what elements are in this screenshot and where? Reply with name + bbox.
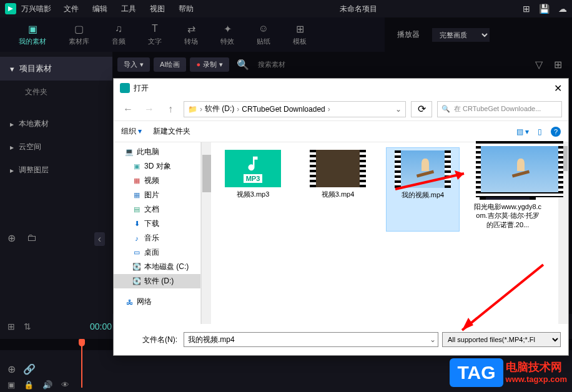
help-icon[interactable]: ? <box>551 127 561 137</box>
tree-downloads[interactable]: ⬇下载 <box>114 217 200 231</box>
menu-help[interactable]: 帮助 <box>179 4 194 14</box>
quality-select[interactable]: 完整画质 <box>432 28 490 42</box>
playhead[interactable] <box>81 339 82 388</box>
menu-edit[interactable]: 编辑 <box>92 4 107 14</box>
sidebar-adjust[interactable]: ▸调整图层 <box>0 159 112 182</box>
tool-my-media[interactable]: ▣我的素材 <box>7 21 57 49</box>
save-icon[interactable]: 💾 <box>539 4 550 14</box>
tree-c-drive[interactable]: 💽本地磁盘 (C:) <box>114 260 200 274</box>
tree-label: 视频 <box>144 175 159 186</box>
sidebar-folder[interactable]: 文件夹 <box>0 81 112 104</box>
file-video1[interactable]: 视频3.mp4 <box>301 147 375 232</box>
tree-label: 音乐 <box>144 233 159 243</box>
sidebar-header-label: 项目素材 <box>19 63 52 74</box>
dialog-toolbar: 组织 ▾ 新建文件夹 ▤ ▾ ▯ ? <box>114 121 568 142</box>
up-button[interactable]: ↑ <box>162 102 179 117</box>
tool-transition[interactable]: ⇄转场 <box>173 21 209 49</box>
tool-stickers[interactable]: ☺贴纸 <box>245 21 282 49</box>
tree-this-pc[interactable]: 💻此电脑 <box>114 145 200 159</box>
tool-label: 特效 <box>220 37 234 46</box>
tree-pictures[interactable]: ▦图片 <box>114 188 200 202</box>
filter-icon[interactable]: ▽ <box>535 59 543 71</box>
search-input[interactable] <box>253 58 315 71</box>
tree-network[interactable]: 🖧网络 <box>114 295 200 309</box>
tool-label: 我的素材 <box>19 37 46 46</box>
new-folder-button[interactable]: 新建文件夹 <box>153 126 190 137</box>
skater-figure <box>417 155 435 180</box>
tree-label: 本地磁盘 (C:) <box>144 262 189 272</box>
network-icon: 🖧 <box>125 298 134 306</box>
content-header: 导入▾ AI绘画 ●录制▾ 🔍 ▽ ⊞ <box>112 52 572 77</box>
timeline-track: ⊕ 🔗 <box>0 350 572 388</box>
tool-label: 素材库 <box>69 37 89 46</box>
mute-icon[interactable]: 🔊 <box>42 380 52 390</box>
file-open-dialog: 打开 ✕ ← → ↑ 📁 › 软件 (D:) › CRTubeGet Downl… <box>113 78 569 356</box>
cloud-icon[interactable]: ☁ <box>558 4 567 14</box>
tree-video[interactable]: ▦视频 <box>114 174 200 188</box>
tool-library[interactable]: ▢素材库 <box>57 21 101 49</box>
menu-tools[interactable]: 工具 <box>121 4 136 14</box>
sort-icon[interactable]: ⇅ <box>24 321 31 331</box>
collapse-icon[interactable]: ‹ <box>94 232 105 246</box>
add-folder-icon[interactable]: ⊕ <box>7 232 16 246</box>
search-icon: 🔍 <box>441 105 450 113</box>
file-myvideo[interactable]: 我的视频.mp4 <box>386 147 460 232</box>
app-name: 万兴喵影 <box>21 4 51 14</box>
sidebar-cloud[interactable]: ▸云空间 <box>0 135 112 159</box>
lock-icon[interactable]: 🔒 <box>24 380 34 390</box>
track-body[interactable] <box>81 350 572 388</box>
tool-label: 文字 <box>148 37 162 46</box>
tool-text[interactable]: T文字 <box>137 21 173 49</box>
layout-icon[interactable]: ⊞ <box>523 4 530 14</box>
preview-toggle-icon[interactable]: ▯ <box>538 127 542 136</box>
dialog-search[interactable]: 🔍 在 CRTubeGet Downloade... <box>437 101 562 117</box>
sidebar-local[interactable]: ▸本地素材 <box>0 112 112 135</box>
filename-label: 文件名(N): <box>121 335 177 345</box>
refresh-button[interactable]: ⟳ <box>411 101 432 117</box>
folder-icon[interactable]: 🗀 <box>27 232 37 246</box>
visibility-icon[interactable]: 👁 <box>61 380 69 390</box>
tree-label: 此电脑 <box>137 147 159 157</box>
scroll-thumb[interactable] <box>202 155 211 192</box>
tree-docs[interactable]: ▤文档 <box>114 202 200 217</box>
link-icon[interactable]: 🔗 <box>23 363 36 375</box>
file-filter-select[interactable]: All supported files(*.MP4;*.Fl <box>442 332 561 347</box>
filename-input[interactable] <box>184 332 438 347</box>
video-thumb <box>310 150 366 187</box>
breadcrumb[interactable]: 📁 › 软件 (D:) › CRTubeGet Downloaded › ⌄ <box>184 101 406 117</box>
breadcrumb-dropdown-icon[interactable]: ⌄ <box>395 105 402 114</box>
back-button[interactable]: ← <box>120 102 136 117</box>
add-track-icon[interactable]: ⊕ <box>7 363 16 375</box>
filename-dropdown-icon[interactable]: ⌄ <box>430 335 436 344</box>
forward-button[interactable]: → <box>141 102 157 117</box>
crumb-folder[interactable]: CRTubeGet Downloaded <box>242 105 325 114</box>
close-icon[interactable]: ✕ <box>554 82 562 94</box>
organize-button[interactable]: 组织 ▾ <box>121 126 142 137</box>
view-mode-icon[interactable]: ▤ ▾ <box>516 127 529 136</box>
tree-label: 桌面 <box>144 247 159 258</box>
record-button[interactable]: ●录制▾ <box>190 57 229 72</box>
menu-file[interactable]: 文件 <box>64 4 79 14</box>
file-mp3[interactable]: MP3 视频3.mp3 <box>216 147 290 232</box>
grid-view-icon[interactable]: ⊞ <box>7 321 15 331</box>
crumb-drive[interactable]: 软件 (D:) <box>205 104 234 114</box>
text-icon: T <box>148 23 162 34</box>
import-button[interactable]: 导入▾ <box>117 57 150 72</box>
clip-icon[interactable]: ▣ <box>7 380 15 390</box>
grid-icon[interactable]: ⊞ <box>554 59 562 71</box>
menu-view[interactable]: 视图 <box>150 4 165 14</box>
tree-3d[interactable]: ▣3D 对象 <box>114 159 200 174</box>
tree-scrollbar[interactable] <box>201 142 211 324</box>
sidebar-header[interactable]: ▾项目素材 <box>0 57 112 81</box>
tree-d-drive[interactable]: 💽软件 (D:) <box>114 274 200 288</box>
ai-draw-button[interactable]: AI绘画 <box>154 57 186 72</box>
tool-audio[interactable]: ♫音频 <box>101 21 137 49</box>
tool-effects[interactable]: ✦特效 <box>209 21 245 49</box>
tool-templates[interactable]: ⊞模板 <box>282 21 318 49</box>
tree-music[interactable]: ♪音乐 <box>114 231 200 245</box>
templates-icon: ⊞ <box>293 23 307 34</box>
my-media-icon: ▣ <box>26 23 39 34</box>
tree-desktop[interactable]: ▭桌面 <box>114 245 200 260</box>
pc-icon: 💻 <box>125 148 134 157</box>
search-icon[interactable]: 🔍 <box>237 59 249 71</box>
